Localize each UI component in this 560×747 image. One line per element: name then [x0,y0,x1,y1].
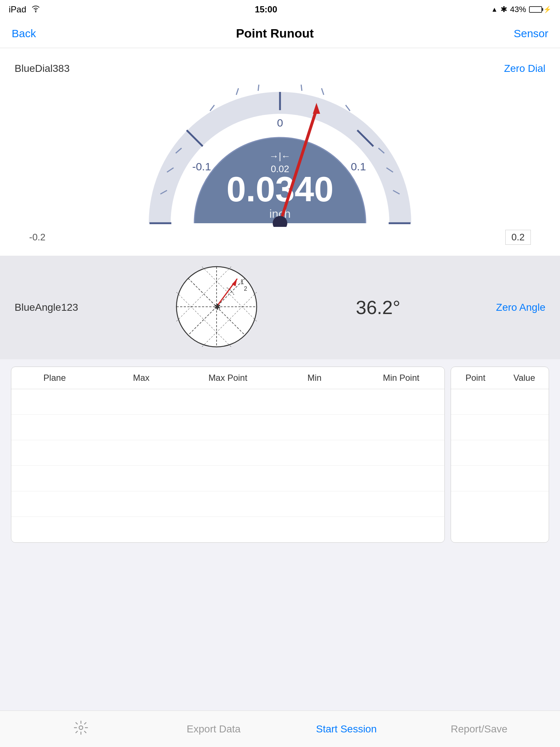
angle-section: BlueAngle123 1 2 [0,256,560,359]
table-row [11,466,444,491]
table-row [451,440,549,466]
export-data-button[interactable]: Export Data [147,723,280,735]
col-plane: Plane [11,373,98,383]
table-row [11,440,444,466]
back-button[interactable]: Back [12,27,36,40]
start-session-button[interactable]: Start Session [280,723,413,735]
svg-text:2: 2 [244,286,247,292]
report-save-button[interactable]: Report/Save [413,723,545,735]
col-max-point: Max Point [184,373,271,383]
gauge-min-label: -0.2 [29,232,46,243]
angle-value: 36.2° [345,297,411,318]
settings-button[interactable] [15,720,147,738]
svg-line-17 [301,85,302,91]
page-title: Point Runout [236,26,314,40]
table-row [451,466,549,491]
svg-text:0.1: 0.1 [351,160,366,173]
svg-text:-0.1: -0.1 [192,160,211,173]
svg-text:1: 1 [240,278,244,286]
sensor-button[interactable]: Sensor [514,27,548,40]
gauge-section: BlueDial383 Zero Dial [0,48,560,256]
nav-bar: Back Point Runout Sensor [0,19,560,48]
table-row [11,517,444,542]
col-value: Value [500,373,549,383]
zero-dial-button[interactable]: Zero Dial [504,63,545,74]
svg-text:0.0340: 0.0340 [226,170,334,209]
gauge-wrapper: 0 -0.1 0.1 →|← 0.02 0.0340 inch [131,66,429,227]
main-table-rows [11,389,444,542]
wifi-icon [31,4,41,15]
dial-device-label: BlueDial383 [15,63,70,74]
gauge-bottom: -0.2 0.2 [15,230,545,245]
angle-device-label: BlueAngle123 [15,302,88,313]
side-table: Point Value [451,367,549,543]
table-row [11,389,444,415]
side-table-header: Point Value [451,367,549,389]
main-table-header: Plane Max Max Point Min Min Point [11,367,444,389]
settings-icon [74,724,88,738]
main-table: Plane Max Max Point Min Min Point [11,367,445,543]
zero-angle-button[interactable]: Zero Angle [496,302,545,313]
carrier-label: iPad [9,4,26,15]
col-point: Point [451,373,500,383]
bluetooth-icon: ✱ [501,5,507,14]
svg-text:✱: ✱ [214,302,221,311]
side-table-rows [451,389,549,517]
table-row [451,389,549,415]
bottom-toolbar: Export Data Start Session Report/Save [0,711,560,747]
svg-text:→|←: →|← [269,151,291,162]
angle-compass: 1 2 ✱ [173,263,260,352]
status-right: ▲ ✱ 43% ⚡ [491,5,551,14]
col-min-point: Min Point [358,373,444,383]
svg-line-10 [236,88,238,95]
tables-section: Plane Max Max Point Min Min Point [0,359,560,550]
battery-percent: 43% [510,5,526,14]
gauge-max-box: 0.2 [505,230,531,245]
svg-point-0 [35,11,36,12]
table-row [11,491,444,517]
svg-text:0: 0 [277,117,283,129]
charging-icon: ⚡ [543,5,551,13]
svg-line-16 [322,88,324,95]
svg-point-42 [79,726,83,729]
gauge-container: 0 -0.1 0.1 →|← 0.02 0.0340 inch [15,66,545,227]
table-row [11,415,444,440]
status-bar: iPad 15:00 ▲ ✱ 43% ⚡ [0,0,560,19]
gauge-svg: 0 -0.1 0.1 →|← 0.02 0.0340 inch [131,66,429,227]
time-label: 15:00 [255,4,277,15]
location-icon: ▲ [491,6,498,13]
col-min: Min [271,373,358,383]
table-row [451,415,549,440]
status-left: iPad [9,4,41,15]
svg-line-11 [258,85,259,91]
table-row [451,491,549,517]
col-max: Max [98,373,185,383]
battery-icon: ⚡ [529,5,551,13]
